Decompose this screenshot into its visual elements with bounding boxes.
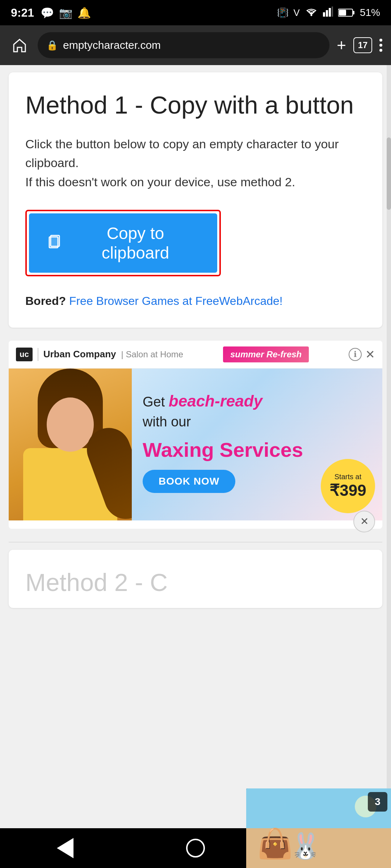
browser-bar: 🔒 emptycharacter.com + 17: [0, 25, 391, 65]
back-arrow-icon: [57, 838, 73, 858]
ad-brand: uc Urban Company | Salon at Home: [16, 348, 183, 361]
back-button[interactable]: [51, 834, 80, 863]
ad-info-icon[interactable]: ℹ: [349, 348, 362, 361]
instagram-icon: 📷: [59, 7, 72, 19]
address-bar[interactable]: 🔒 emptycharacter.com: [38, 32, 329, 58]
svg-point-0: [310, 14, 312, 16]
status-time: 9:21: [11, 6, 34, 20]
brand-divider: [38, 348, 38, 361]
ad-close-button[interactable]: ✕: [365, 348, 375, 361]
main-content: Method 1 - Copy with a button Click the …: [0, 65, 391, 828]
clipboard-icon: [47, 233, 63, 253]
bored-label: Bored?: [25, 294, 66, 307]
svg-rect-9: [49, 237, 58, 248]
status-right: 📳 V: [277, 7, 380, 19]
scrollbar-thumb: [387, 137, 391, 210]
ad-controls[interactable]: ℹ ✕: [349, 348, 375, 361]
dot1: [379, 39, 382, 42]
battery-percent: 51%: [360, 7, 380, 18]
status-icons: 💬 📷 🔔: [41, 7, 91, 19]
new-tab-button[interactable]: +: [337, 36, 346, 54]
svg-rect-7: [339, 10, 346, 16]
ad-person-image: [9, 369, 132, 520]
url-text: emptycharacter.com: [63, 39, 161, 51]
bored-section: Bored? Free Browser Games at FreeWebArca…: [25, 292, 366, 310]
status-left: 9:21 💬 📷 🔔: [11, 6, 91, 20]
price-starts-label: Starts at: [335, 473, 361, 481]
ad-service-title: Waxing Services: [143, 439, 303, 461]
tab-count-badge[interactable]: 17: [353, 37, 372, 53]
video-overlay[interactable]: 👜 🐰 3 ✕: [246, 788, 391, 868]
dot3: [379, 49, 382, 52]
browser-menu-button[interactable]: [379, 36, 382, 55]
ad-main: Get beach-ready with our Waxing Services…: [9, 369, 382, 520]
card-description: Click the button below to copy an empty …: [25, 135, 366, 192]
video-number-badge: 3: [368, 792, 387, 812]
summer-badge: summer Re-fresh: [223, 346, 309, 362]
svg-rect-3: [329, 8, 331, 17]
price-circle: Starts at ₹399: [321, 459, 375, 513]
wifi-icon: [305, 7, 318, 19]
method-1-card: Method 1 - Copy with a button Click the …: [9, 72, 382, 328]
whatsapp-icon: 💬: [41, 7, 54, 19]
lock-icon: 🔒: [46, 40, 58, 51]
price-amount: ₹399: [329, 481, 366, 499]
scrollbar[interactable]: [387, 65, 391, 828]
ad-banner: uc Urban Company | Salon at Home summer …: [9, 341, 382, 529]
status-bar: 9:21 💬 📷 🔔 📳 V: [0, 0, 391, 25]
video-count: 3: [375, 796, 381, 808]
uc-logo: uc: [16, 348, 33, 361]
ad-info-section: summer Re-fresh: [223, 346, 309, 362]
alert-icon: 🔔: [77, 7, 91, 19]
ad-close-floating-button[interactable]: ✕: [353, 511, 375, 532]
tab-count: 17: [358, 40, 368, 50]
method-2-title-partial: Method 2 - C: [25, 568, 366, 597]
section-divider: [9, 542, 382, 542]
vibrate-icon: 📳: [277, 7, 289, 18]
vpn-icon: V: [294, 7, 300, 18]
home-button-nav[interactable]: [181, 834, 210, 863]
svg-rect-4: [332, 7, 333, 17]
book-now-button[interactable]: BOOK NOW: [143, 470, 235, 493]
ad-headline: Get beach-ready with our: [143, 390, 262, 431]
copy-button-label: Copy to clipboard: [72, 224, 199, 263]
svg-rect-2: [326, 10, 328, 17]
signal-icon: [323, 7, 333, 19]
copy-to-clipboard-button[interactable]: Copy to clipboard: [29, 213, 217, 273]
ad-brand-sub: | Salon at Home: [121, 349, 184, 359]
ad-brand-name: Urban Company: [43, 349, 116, 360]
svg-rect-6: [353, 11, 354, 14]
video-thumbnail: 👜 🐰 3: [246, 788, 391, 868]
ad-content: Get beach-ready with our Waxing Services…: [132, 369, 382, 520]
ad-top-bar: uc Urban Company | Salon at Home summer …: [9, 341, 382, 369]
home-button[interactable]: [9, 34, 30, 56]
browser-actions: + 17: [337, 36, 382, 55]
dot2: [379, 44, 382, 47]
copy-button-wrapper: Copy to clipboard: [25, 210, 221, 276]
home-circle-icon: [186, 839, 205, 858]
method-2-card-partial: Method 2 - C: [9, 550, 382, 608]
battery-icon: [338, 8, 355, 17]
bored-link[interactable]: Free Browser Games at FreeWebArcade!: [69, 294, 283, 307]
svg-rect-1: [323, 12, 325, 17]
card-title: Method 1 - Copy with a button: [25, 90, 366, 120]
ad-headline-accent: beach-ready: [169, 392, 262, 410]
